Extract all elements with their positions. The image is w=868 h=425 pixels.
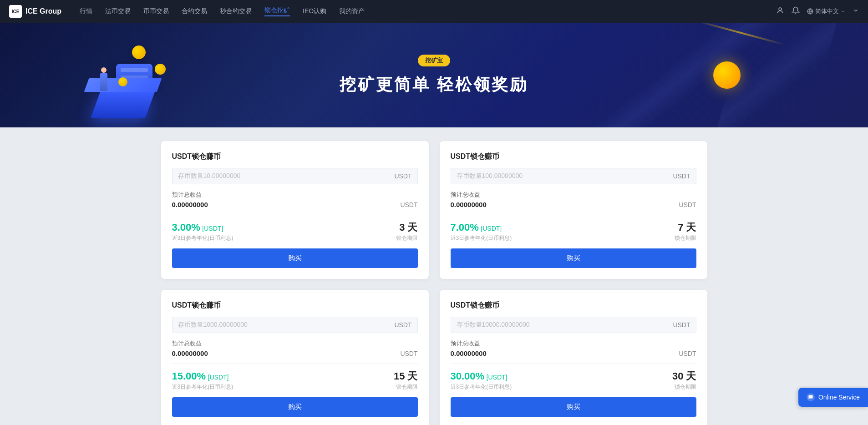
card1-input-row: 存币数量10.00000000 USDT <box>172 168 418 184</box>
card4-profit-label: 预计总收益 <box>451 339 696 348</box>
card4-profit-row: 0.00000000 USDT <box>451 349 696 357</box>
card1-rate-row: 3.00% [USDT] 近3日参考年化(日币利息) 3 天 锁仓期限 <box>172 221 418 242</box>
card2-rate-main: 7.00% [USDT] <box>451 222 512 233</box>
nav-ieo[interactable]: IEO认购 <box>303 7 326 15</box>
banner-title: 挖矿更简单 轻松领奖励 <box>340 74 528 96</box>
nav-coin[interactable]: 币币交易 <box>143 7 169 15</box>
card1-rate-currency-label: [USDT] <box>202 225 223 232</box>
nav-contract[interactable]: 合约交易 <box>182 7 207 15</box>
card2-rate-right: 7 天 锁仓期限 <box>675 221 696 242</box>
card1-title: USDT锁仓赚币 <box>172 152 418 162</box>
card2-rate-left: 7.00% [USDT] 近3日参考年化(日币利息) <box>451 222 512 242</box>
more-icon[interactable] <box>853 7 859 15</box>
card4-rate-left: 30.00% [USDT] 近3日参考年化(日币利息) <box>451 370 512 391</box>
nav-mining[interactable]: 锁仓挖矿 <box>264 6 290 16</box>
card2-days-label: 锁仓期限 <box>675 234 696 242</box>
online-service-label: Online Service <box>818 394 860 401</box>
card1-profit-row: 0.00000000 USDT <box>172 201 418 208</box>
card1-rate-percent: 3.00% <box>172 222 200 233</box>
main-content: USDT锁仓赚币 存币数量10.00000000 USDT 预计总收益 0.00… <box>0 127 868 425</box>
card3-currency: USDT <box>394 321 411 329</box>
card4-currency: USDT <box>673 321 690 329</box>
card3-days-label: 锁仓期限 <box>394 383 418 391</box>
card3-rate-main: 15.00% [USDT] <box>172 370 233 382</box>
banner-content: 挖矿宝 挖矿更简单 轻松领奖励 <box>340 55 528 96</box>
card3-profit-value: 0.00000000 <box>172 349 208 357</box>
card1-days-label: 锁仓期限 <box>396 234 418 242</box>
card2-currency: USDT <box>673 172 690 180</box>
bell-icon[interactable] <box>792 6 800 16</box>
card2-profit-currency: USDT <box>679 201 696 208</box>
card1-divider <box>172 215 418 215</box>
card1-profit-value: 0.00000000 <box>172 201 208 208</box>
card1-rate-sub: 近3日参考年化(日币利息) <box>172 234 233 242</box>
card3-input-placeholder: 存币数量1000.00000000 <box>178 321 395 329</box>
online-service-button[interactable]: Online Service <box>798 388 868 407</box>
card4-buy-button[interactable]: 购买 <box>451 397 696 417</box>
card2-divider <box>451 215 696 215</box>
card3-rate-left: 15.00% [USDT] 近3日参考年化(日币利息) <box>172 370 233 391</box>
card3-input-row: 存币数量1000.00000000 USDT <box>172 317 418 333</box>
banner-orb <box>713 61 741 89</box>
card4-divider <box>451 364 696 364</box>
card1-buy-button[interactable]: 购买 <box>172 248 418 268</box>
card3-rate-currency-label: [USDT] <box>208 374 229 381</box>
iso-platform <box>91 91 155 118</box>
card4-rate-percent: 30.00% <box>451 370 485 382</box>
card2-input-placeholder: 存币数量100.00000000 <box>457 172 673 180</box>
card2-input-row: 存币数量100.00000000 USDT <box>451 168 696 184</box>
card2-rate-sub: 近3日参考年化(日币利息) <box>451 234 512 242</box>
card1-profit-label: 预计总收益 <box>172 191 418 199</box>
card2-rate-row: 7.00% [USDT] 近3日参考年化(日币利息) 7 天 锁仓期限 <box>451 221 696 242</box>
card2-profit-row: 0.00000000 USDT <box>451 201 696 208</box>
banner-badge: 挖矿宝 <box>418 55 450 66</box>
mining-card-4: USDT锁仓赚币 存币数量10000.00000000 USDT 预计总收益 0… <box>440 290 707 425</box>
card2-title: USDT锁仓赚币 <box>451 152 696 162</box>
card3-divider <box>172 364 418 364</box>
card1-days: 3 天 <box>396 221 418 234</box>
language-selector[interactable]: 简体中文 <box>807 7 845 15</box>
card4-rate-currency-label: [USDT] <box>487 374 508 381</box>
card2-profit-label: 预计总收益 <box>451 191 696 199</box>
banner: 挖矿宝 挖矿更简单 轻松领奖励 <box>0 23 868 127</box>
card3-profit-label: 预计总收益 <box>172 339 418 348</box>
card2-rate-percent: 7.00% <box>451 222 479 233</box>
card3-rate-sub: 近3日参考年化(日币利息) <box>172 383 233 391</box>
card4-input-placeholder: 存币数量10000.00000000 <box>457 321 673 329</box>
card4-title: USDT锁仓赚币 <box>451 301 696 310</box>
card3-buy-button[interactable]: 购买 <box>172 397 418 417</box>
card3-rate-percent: 15.00% <box>172 370 206 382</box>
card3-profit-currency: USDT <box>400 350 417 357</box>
user-icon[interactable] <box>776 6 784 16</box>
card2-profit-value: 0.00000000 <box>451 201 487 208</box>
card4-rate-main: 30.00% [USDT] <box>451 370 512 382</box>
nav-links: 行情 法币交易 币币交易 合约交易 秒合约交易 锁仓挖矿 IEO认购 我的资产 <box>80 6 776 16</box>
card3-profit-row: 0.00000000 USDT <box>172 349 418 357</box>
card4-profit-value: 0.00000000 <box>451 349 487 357</box>
iso-figure <box>100 73 107 91</box>
card1-rate-main: 3.00% [USDT] <box>172 222 233 233</box>
card3-days: 15 天 <box>394 369 418 383</box>
nav-fast-contract[interactable]: 秒合约交易 <box>220 7 252 15</box>
card2-buy-button[interactable]: 购买 <box>451 248 696 268</box>
lang-label: 简体中文 <box>815 7 839 15</box>
nav-market[interactable]: 行情 <box>80 7 92 15</box>
mining-card-3: USDT锁仓赚币 存币数量1000.00000000 USDT 预计总收益 0.… <box>161 290 429 425</box>
nav-assets[interactable]: 我的资产 <box>339 7 365 15</box>
card1-rate-right: 3 天 锁仓期限 <box>396 221 418 242</box>
iso-coin1 <box>132 46 146 59</box>
nav-fiat[interactable]: 法币交易 <box>105 7 131 15</box>
card4-days-label: 锁仓期限 <box>672 383 696 391</box>
logo[interactable]: ICE ICE Group <box>9 5 61 18</box>
card4-rate-right: 30 天 锁仓期限 <box>672 369 696 391</box>
nav-right: 简体中文 <box>776 6 859 16</box>
card4-profit-currency: USDT <box>679 350 696 357</box>
iso-coin2 <box>155 64 166 75</box>
card4-input-row: 存币数量10000.00000000 USDT <box>451 317 696 333</box>
card2-days: 7 天 <box>675 221 696 234</box>
cards-grid: USDT锁仓赚币 存币数量10.00000000 USDT 预计总收益 0.00… <box>161 141 707 425</box>
card4-rate-sub: 近3日参考年化(日币利息) <box>451 383 512 391</box>
chat-icon <box>807 393 815 401</box>
mining-card-2: USDT锁仓赚币 存币数量100.00000000 USDT 预计总收益 0.0… <box>440 141 707 279</box>
logo-icon: ICE <box>9 5 22 18</box>
